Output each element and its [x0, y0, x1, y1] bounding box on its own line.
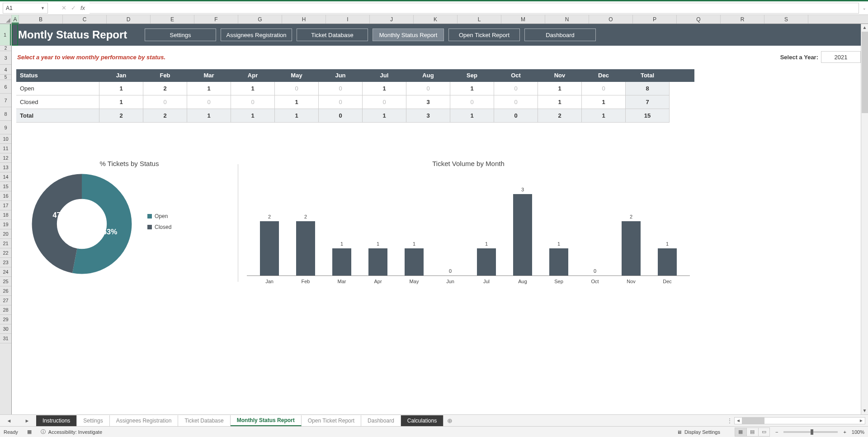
sheet-tab-instructions[interactable]: Instructions	[36, 415, 77, 426]
row-header-13[interactable]: 13	[0, 163, 11, 172]
formula-bar-expand-icon[interactable]: ⌄	[861, 6, 868, 10]
row-header-25[interactable]: 25	[0, 277, 11, 286]
column-header-F[interactable]: F	[194, 15, 238, 24]
confirm-icon[interactable]: ✓	[71, 5, 76, 11]
nav-button-monthly-status-report[interactable]: Monthly Status Report	[373, 28, 444, 41]
normal-view-button[interactable]: ▦	[735, 428, 746, 437]
row-header-3[interactable]: 3	[0, 51, 11, 65]
nav-button-settings[interactable]: Settings	[145, 28, 216, 41]
column-header-J[interactable]: J	[370, 15, 414, 24]
sheet-tab-settings[interactable]: Settings	[77, 415, 109, 426]
nav-button-dashboard[interactable]: Dashboard	[524, 28, 596, 41]
accessibility-icon[interactable]: ⓘ	[41, 428, 46, 435]
row-header-18[interactable]: 18	[0, 210, 11, 220]
row-header-5[interactable]: 5	[0, 75, 11, 80]
column-header-P[interactable]: P	[633, 15, 677, 24]
row-header-14[interactable]: 14	[0, 172, 11, 182]
column-header-A[interactable]: A	[12, 15, 19, 24]
sheet-tab-ticket-database[interactable]: Ticket Database	[178, 415, 230, 426]
vertical-scrollbar[interactable]: ▲ ▼	[861, 24, 868, 414]
row-header-15[interactable]: 15	[0, 182, 11, 191]
pie-chart[interactable]: % Tickets by Status 53% 47% OpenClosed	[30, 160, 229, 276]
row-header-26[interactable]: 26	[0, 286, 11, 296]
column-header-B[interactable]: B	[19, 15, 63, 24]
vscroll-thumb[interactable]	[862, 32, 868, 113]
zoom-out-button[interactable]: −	[775, 429, 778, 435]
column-header-M[interactable]: M	[501, 15, 545, 24]
row-header-1[interactable]: 1	[0, 24, 11, 46]
nav-button-open-ticket-report[interactable]: Open Ticket Report	[448, 28, 520, 41]
column-header-K[interactable]: K	[414, 15, 458, 24]
row-header-23[interactable]: 23	[0, 258, 11, 267]
row-header-16[interactable]: 16	[0, 191, 11, 201]
page-layout-view-button[interactable]: ▤	[746, 428, 758, 437]
row-header-31[interactable]: 31	[0, 334, 11, 343]
sheet-tab-calculations[interactable]: Calculations	[401, 415, 443, 426]
tabs-menu-icon[interactable]: ⋮	[727, 418, 732, 424]
select-all-corner[interactable]	[0, 15, 12, 24]
sheet-tab-dashboard[interactable]: Dashboard	[361, 415, 401, 426]
row-header-7[interactable]: 7	[0, 94, 11, 107]
tab-scroll-left-icon[interactable]: ◄	[7, 418, 12, 423]
row-header-9[interactable]: 9	[0, 121, 11, 134]
row-header-4[interactable]: 4	[0, 65, 11, 75]
macro-record-icon[interactable]: ▦	[27, 429, 32, 435]
row-header-17[interactable]: 17	[0, 201, 11, 210]
display-settings-icon[interactable]: 🖥	[677, 429, 682, 435]
name-box-dropdown-icon[interactable]: ▼	[41, 6, 45, 10]
row-header-24[interactable]: 24	[0, 267, 11, 277]
accessibility-text[interactable]: Accessibility: Investigate	[48, 429, 102, 435]
nav-button-ticket-database[interactable]: Ticket Database	[297, 28, 368, 41]
row-header-2[interactable]: 2	[0, 46, 11, 51]
sheet-content[interactable]: Montly Status Report SettingsAssignees R…	[12, 24, 868, 414]
tab-scroll-right-icon[interactable]: ►	[25, 418, 30, 423]
sheet-tab-open-ticket-report[interactable]: Open Ticket Report	[302, 415, 361, 426]
row-header-20[interactable]: 20	[0, 229, 11, 239]
scroll-up-icon[interactable]: ▲	[861, 24, 868, 31]
year-selector[interactable]: 2021	[821, 51, 861, 63]
row-header-19[interactable]: 19	[0, 220, 11, 229]
display-settings-text[interactable]: Display Settings	[684, 429, 720, 435]
column-header-Q[interactable]: Q	[677, 15, 721, 24]
scroll-down-icon[interactable]: ▼	[861, 407, 868, 414]
row-header-29[interactable]: 29	[0, 315, 11, 324]
cancel-icon[interactable]: ✕	[61, 5, 66, 11]
column-header-C[interactable]: C	[63, 15, 107, 24]
row-header-11[interactable]: 11	[0, 144, 11, 153]
row-header-6[interactable]: 6	[0, 80, 11, 94]
column-header-H[interactable]: H	[282, 15, 326, 24]
column-header-I[interactable]: I	[326, 15, 370, 24]
bar-chart[interactable]: Ticket Volume by Month 221110131021 JanF…	[247, 160, 690, 284]
zoom-slider[interactable]	[783, 431, 838, 433]
column-header-O[interactable]: O	[589, 15, 633, 24]
horizontal-scrollbar[interactable]: ◄ ►	[734, 417, 865, 424]
scroll-right-icon[interactable]: ►	[858, 418, 865, 424]
column-header-E[interactable]: E	[151, 15, 194, 24]
column-header-D[interactable]: D	[107, 15, 151, 24]
row-header-27[interactable]: 27	[0, 296, 11, 305]
column-header-S[interactable]: S	[764, 15, 808, 24]
formula-input[interactable]	[90, 3, 859, 14]
add-sheet-button[interactable]: ⊕	[443, 417, 456, 424]
row-header-12[interactable]: 12	[0, 153, 11, 163]
name-box[interactable]: A1 ▼	[3, 3, 48, 14]
tab-scroll-arrows[interactable]: ◄ ►	[0, 418, 36, 423]
zoom-in-button[interactable]: +	[843, 429, 846, 435]
column-header-G[interactable]: G	[238, 15, 282, 24]
hscroll-thumb[interactable]	[742, 418, 764, 424]
zoom-level[interactable]: 100%	[852, 429, 864, 435]
zoom-slider-thumb[interactable]	[811, 429, 813, 435]
column-header-N[interactable]: N	[545, 15, 589, 24]
scroll-left-icon[interactable]: ◄	[735, 418, 742, 424]
fx-icon[interactable]: fx	[80, 5, 85, 11]
row-header-10[interactable]: 10	[0, 134, 11, 144]
row-header-8[interactable]: 8	[0, 107, 11, 121]
sheet-tab-monthly-status-report[interactable]: Monthly Status Report	[231, 415, 302, 426]
sheet-tab-assignees-registration[interactable]: Assignees Registration	[110, 415, 179, 426]
row-header-30[interactable]: 30	[0, 324, 11, 334]
page-break-view-button[interactable]: ▭	[758, 428, 770, 437]
row-header-22[interactable]: 22	[0, 248, 11, 258]
row-header-21[interactable]: 21	[0, 239, 11, 248]
column-header-L[interactable]: L	[458, 15, 501, 24]
column-header-R[interactable]: R	[721, 15, 764, 24]
